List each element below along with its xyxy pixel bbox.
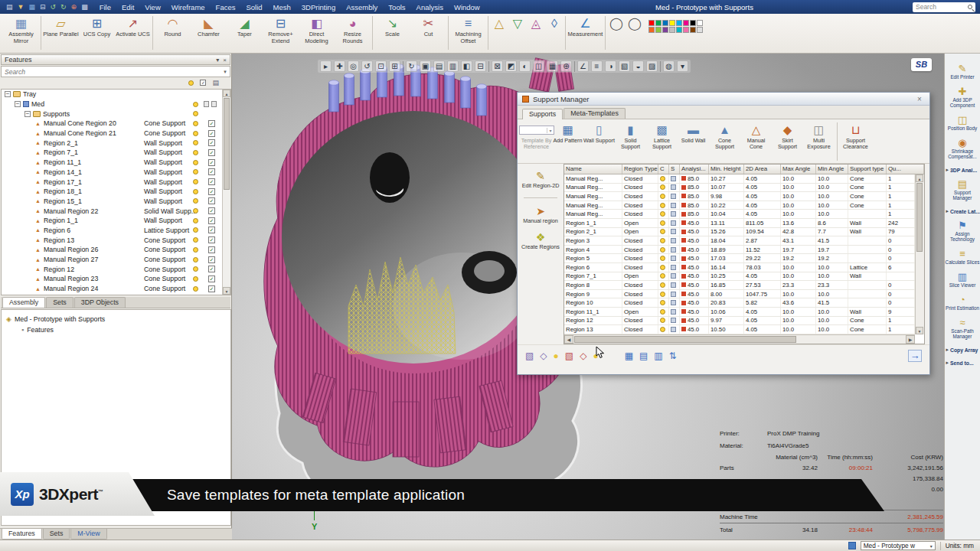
ribbon-round[interactable]: ◠Round (155, 16, 191, 45)
save-icon[interactable]: ▦ (28, 4, 35, 11)
cell-visibility[interactable] (658, 201, 669, 210)
scroll-thumb[interactable] (224, 98, 230, 190)
column-header-max-angle[interactable]: Max Angle (781, 165, 816, 174)
scroll-thumb[interactable] (574, 336, 796, 343)
table-row[interactable]: Region 5Closed45.017.0329.2219.219.20 (564, 254, 915, 263)
cell-visibility[interactable] (658, 254, 669, 262)
rotate-icon[interactable]: ↺ (361, 60, 373, 72)
assembly-root-row[interactable]: ◈ Med - Prototype with Supports (2, 314, 230, 324)
cell-solid[interactable] (669, 272, 680, 281)
features-search-input[interactable] (2, 68, 220, 76)
cell-visibility[interactable] (658, 290, 669, 298)
palette-color-swatch[interactable] (690, 20, 696, 26)
sidebar-group-create-lat[interactable]: ▸Create Lat... (946, 208, 980, 214)
table-row[interactable]: Region 2_1Open45.015.26109.5442.87.7Wall… (564, 228, 915, 237)
menu-assembly[interactable]: Assembly (341, 3, 383, 11)
checkbox[interactable]: ✓ (208, 227, 215, 233)
ribbon-measurement[interactable]: ∠Measurement (567, 16, 603, 45)
checkbox[interactable]: ✓ (208, 130, 215, 137)
search-box[interactable]: Search (913, 2, 975, 12)
ribbon-activate-ucs[interactable]: ↗Activate UCS (115, 16, 151, 45)
checkbox[interactable]: ✓ (208, 266, 215, 272)
grid-icon[interactable]: ▩ (81, 4, 88, 11)
dialog-close-icon[interactable]: × (914, 95, 925, 103)
zoom-fit-icon[interactable]: ⊡ (375, 60, 387, 72)
tab-m-view[interactable]: M-View (70, 529, 106, 540)
checkbox[interactable]: ✓ (208, 178, 215, 185)
close-icon[interactable]: × (223, 57, 227, 64)
checkbox[interactable]: ✓ (208, 236, 215, 243)
tree-row[interactable]: ▲Region 14_1Wall Support✓ (2, 168, 222, 178)
tab-features[interactable]: Features (2, 529, 42, 540)
tree-row[interactable]: ▲Region 6Lattice Support✓ (2, 226, 222, 236)
tree-row[interactable]: ▲Region 1_1Wall Support✓ (2, 216, 222, 226)
column-header-c[interactable]: C (658, 165, 669, 174)
checkbox[interactable]: ✓ (208, 276, 215, 282)
open-file-icon[interactable]: ▼ (18, 4, 24, 11)
menu-solid[interactable]: Solid (240, 3, 267, 11)
dialog-title-bar[interactable]: Support Manager × (518, 93, 929, 106)
tool-solid-wall[interactable]: ▬Solid Wall (678, 122, 709, 144)
sidebar-group-copy-array[interactable]: ▸Copy Array (946, 347, 980, 353)
menu-analysis[interactable]: Analysis (411, 3, 449, 11)
hide-region-icon[interactable]: ◇ (580, 350, 586, 361)
tree-row[interactable]: ▲Manual Cone Region 21Cone Support✓ (2, 129, 222, 139)
axis-icon[interactable]: ∠ (577, 60, 589, 72)
tree-row[interactable]: ▲Region 15_1Wall Support✓ (2, 197, 222, 207)
table-row[interactable]: Region 1_1Open45.013.11811.0513.68.6Wall… (564, 219, 915, 228)
ribbon-tool-button[interactable]: ◊ (545, 16, 564, 45)
light-icon[interactable]: ◐ (519, 60, 531, 72)
more-icon[interactable]: ▾ (677, 60, 688, 72)
sidebar-item-position-body[interactable]: ◫Position Body (945, 114, 980, 131)
palette-color-swatch[interactable] (669, 20, 675, 26)
sidebar-item-calculate-slices[interactable]: ≡Calculate Slices (945, 248, 980, 265)
menu-edit[interactable]: Edit (116, 3, 139, 11)
checkbox[interactable]: ✓ (208, 168, 215, 175)
select-icon[interactable]: ▸ (320, 60, 332, 72)
table-row[interactable]: Region 3Closed45.018.042.8743.141.50 (564, 236, 915, 246)
tool-cone-support[interactable]: ▲Cone Support (709, 122, 740, 150)
cell-visibility[interactable] (658, 317, 669, 325)
visibility-bulb-icon[interactable] (193, 160, 198, 165)
palette-color-swatch[interactable] (648, 27, 655, 33)
table-row[interactable]: Region 7_1Open45.010.254.0510.010.0Wall (564, 272, 915, 282)
show-region-icon[interactable]: ◇ (540, 350, 547, 361)
highlight-on-icon[interactable]: ● (554, 350, 559, 361)
collapse-icon[interactable]: − (24, 111, 31, 117)
table-view-icon[interactable]: ▦ (625, 350, 633, 361)
palette-color-swatch[interactable] (662, 20, 668, 26)
ribbon-remove-extend[interactable]: ⊟Remove+ Extend (263, 16, 299, 45)
measure-icon[interactable]: ≡ (591, 60, 603, 72)
ribbon-tool-button[interactable]: ◬ (527, 16, 545, 45)
wireframe-icon[interactable]: ▤ (433, 60, 445, 72)
scroll-up-icon[interactable]: ▲ (223, 90, 230, 97)
view-top-icon[interactable]: ⊟ (475, 60, 486, 72)
table-row[interactable]: Region 8Closed45.016.8527.5323.323.30 (564, 281, 915, 290)
cell-visibility[interactable] (658, 192, 669, 201)
table-row[interactable]: Region 13Closed45.010.504.0510.010.0Cone… (564, 325, 915, 334)
tree-row[interactable]: ▲Region 2_1Wall Support✓ (2, 138, 222, 148)
new-file-icon[interactable]: ▤ (6, 4, 13, 11)
palette-color-swatch[interactable] (669, 27, 675, 33)
visibility-bulb-icon[interactable] (193, 111, 198, 116)
checkbox[interactable]: ✓ (208, 188, 215, 195)
tree-row[interactable]: ▲Manual Region 27Cone Support✓ (2, 255, 222, 265)
tree-row[interactable]: ▲Region 11_1Wall Support✓ (2, 158, 222, 168)
dialog-tab-supports[interactable]: Supports (522, 109, 563, 119)
column-header-min-height[interactable]: Min. Height (709, 165, 744, 174)
ribbon-taper[interactable]: ◢Taper (227, 16, 263, 45)
cell-visibility[interactable] (658, 308, 669, 316)
visibility-bulb-icon[interactable] (193, 102, 198, 107)
tree-row[interactable]: ▲Region 17_1Wall Support✓ (2, 177, 222, 187)
cell-solid[interactable] (669, 210, 680, 218)
menu-file[interactable]: File (94, 3, 116, 11)
scroll-down-icon[interactable]: ▼ (223, 287, 230, 295)
menu-tools[interactable]: Tools (383, 3, 410, 11)
menu-3dprinting[interactable]: 3DPrinting (296, 3, 341, 11)
table-filter-icon[interactable]: ▥ (654, 350, 662, 361)
visibility-bulb-icon[interactable] (193, 131, 198, 136)
tree-row[interactable]: ▲Manual Cone Region 20Cone Support✓ (2, 119, 222, 129)
cell-solid[interactable] (669, 263, 680, 272)
cell-solid[interactable] (669, 254, 680, 262)
ribbon-machining-offset[interactable]: ≡Machining Offset (450, 16, 486, 45)
